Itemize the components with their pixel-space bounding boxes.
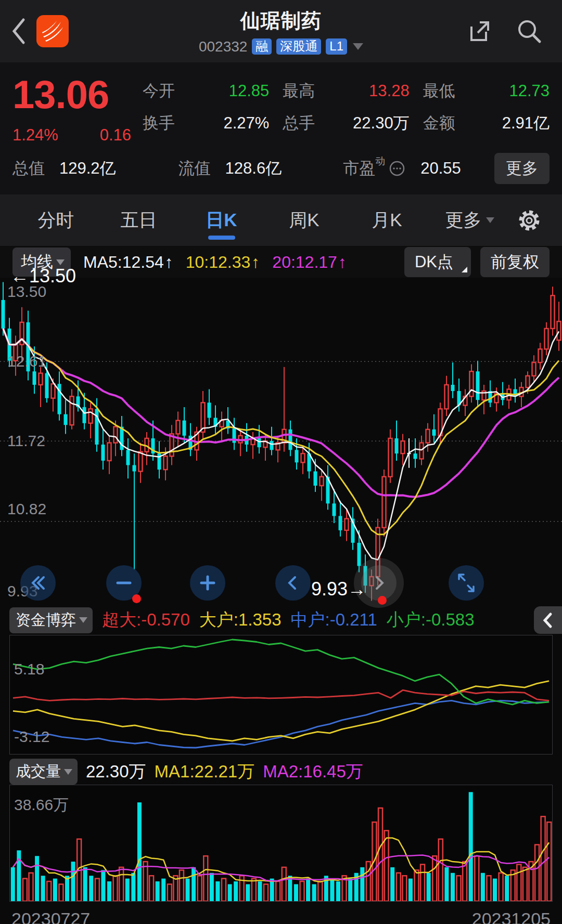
- y-axis-label: 11.72: [7, 432, 45, 450]
- stat-label: 流值: [178, 158, 211, 179]
- pe-info-icon[interactable]: [388, 160, 406, 177]
- start-date: 20230727: [11, 909, 90, 924]
- change-percent: 1.24%: [12, 126, 58, 145]
- pe-dynamic-sup: 动: [375, 154, 385, 168]
- quote-panel: 13.06 1.24% 0.16 今开12.85 最高13.28 最低12.73…: [0, 62, 562, 194]
- eastmoney-logo-icon: [40, 19, 65, 44]
- level-badge: L1: [326, 38, 347, 54]
- share-button[interactable]: [463, 15, 495, 47]
- stat-label: 最低: [423, 80, 455, 102]
- volume-current: 22.30万: [86, 760, 146, 784]
- volume-y-max-label: 38.66万: [14, 795, 69, 816]
- minus-icon: [113, 572, 134, 593]
- chevron-down-icon: [64, 769, 72, 775]
- funds-stat-super: 超大:-0.570: [102, 608, 190, 632]
- volume-ma2: MA2:16.45万: [263, 760, 363, 784]
- chevron-left-icon: [540, 611, 556, 629]
- period-tabs: 分时 五日 日K 周K 月K 更多: [0, 194, 562, 246]
- ma-toolbar: 均线 MA5:12.54↑ 10:12.33↑ 20:12.17↑ DK点 前复…: [0, 246, 562, 278]
- stat-label: 金额: [423, 112, 455, 134]
- tab-weekly-k[interactable]: 周K: [263, 194, 346, 246]
- more-stats-button[interactable]: 更多: [494, 153, 550, 184]
- tab-daily-k[interactable]: 日K: [180, 194, 263, 246]
- low-marker-dot: [378, 596, 387, 605]
- gear-icon: [516, 207, 543, 234]
- stat-value: 13.28: [369, 82, 410, 100]
- search-button[interactable]: [513, 15, 545, 47]
- volume-chart-panel[interactable]: 38.66万: [9, 785, 553, 902]
- pan-right-button[interactable]: [361, 565, 397, 601]
- ma5-value: MA5:12.54↑: [83, 253, 173, 272]
- tab-monthly-k[interactable]: 月K: [346, 194, 428, 246]
- corner-triangle-icon: [462, 267, 467, 272]
- low-price-annotation: 9.93→: [311, 578, 366, 600]
- end-date: 20231205: [472, 909, 551, 924]
- quote-stats-grid: 今开12.85 最高13.28 最低12.73 换手2.27% 总手22.30万…: [143, 75, 550, 145]
- margin-badge: 融: [252, 38, 272, 54]
- chevron-down-icon: [56, 259, 65, 265]
- funds-stat-small: 小户:-0.583: [387, 608, 475, 632]
- forward-adjusted-button[interactable]: 前复权: [480, 247, 550, 277]
- back-button[interactable]: [0, 16, 36, 47]
- share-icon: [465, 17, 493, 45]
- back-chevron-icon: [14, 20, 23, 43]
- stat-value: 2.27%: [223, 114, 269, 133]
- tab-minute[interactable]: 分时: [15, 194, 97, 246]
- stat-label: 总手: [283, 112, 315, 134]
- ma10-value: 10:12.33↑: [186, 253, 260, 272]
- y-axis-label: 12.61: [7, 353, 46, 370]
- stat-value: 22.30万: [353, 112, 410, 134]
- funds-y-min-label: -3.12: [14, 728, 49, 746]
- stat-label: 总值: [12, 158, 45, 179]
- collapse-panel-button[interactable]: [534, 606, 562, 634]
- chevron-left-icon: [283, 572, 303, 593]
- change-amount: 0.16: [100, 126, 131, 145]
- stat-value: 128.6亿: [225, 158, 282, 179]
- chevron-right-icon: [368, 572, 389, 593]
- stat-label: 今开: [143, 80, 175, 102]
- search-icon: [515, 17, 544, 46]
- pe-label: 市盈: [343, 158, 375, 179]
- date-axis: 20230727 20231205: [0, 902, 562, 924]
- volume-ma1: MA1:22.21万: [155, 760, 255, 784]
- funds-indicator-button[interactable]: 资金博弈: [9, 607, 93, 633]
- high-price-annotation: ←13.50: [10, 265, 76, 287]
- stat-value: 2.91亿: [502, 112, 550, 134]
- jump-start-button[interactable]: [20, 565, 56, 601]
- connect-badge: 深股通: [276, 38, 321, 54]
- funds-battle-bar: 资金博弈 超大:-0.570 大户:1.353 中户:-0.211 小户:-0.…: [0, 605, 562, 635]
- volume-bar-chart: [10, 785, 552, 901]
- funds-line-chart: [10, 635, 552, 754]
- pe-value: 20.55: [420, 159, 461, 178]
- chevron-down-icon: [79, 617, 87, 623]
- stock-code: 002332: [199, 38, 247, 55]
- ma20-value: 20:12.17↑: [272, 253, 347, 272]
- volume-bar: 成交量 22.30万 MA1:22.21万 MA2:16.45万: [0, 759, 562, 785]
- funds-stat-medium: 中户:-0.211: [291, 608, 377, 632]
- chevron-down-icon: [486, 217, 494, 223]
- quote-row3: 总值 129.2亿 流值 128.6亿 市盈 动 20.55 更多: [12, 153, 550, 184]
- y-axis-label: 10.82: [7, 500, 46, 518]
- header: 仙琚制药 002332 融 深股通 L1: [0, 0, 562, 62]
- tab-more[interactable]: 更多: [428, 208, 511, 232]
- double-chevron-left-icon: [28, 572, 48, 593]
- stock-code-row: 002332 融 深股通 L1: [199, 38, 363, 55]
- plus-icon: [197, 572, 218, 593]
- stat-value: 12.73: [509, 82, 550, 100]
- app-logo[interactable]: [36, 15, 69, 47]
- funds-chart-panel[interactable]: 5.18 -3.12: [9, 635, 553, 754]
- stat-value: 12.85: [229, 82, 270, 100]
- kline-chart-panel[interactable]: 13.50 12.61 11.72 10.82 9.93 ←13.50 9.93…: [0, 278, 562, 605]
- chart-settings-button[interactable]: [511, 207, 547, 234]
- zoom-in-button[interactable]: [190, 565, 225, 601]
- chevron-down-icon[interactable]: [353, 43, 363, 50]
- tab-fiveday[interactable]: 五日: [97, 194, 180, 246]
- funds-y-max-label: 5.18: [14, 660, 44, 678]
- pan-left-button[interactable]: [275, 565, 311, 601]
- funds-stat-large: 大户:1.353: [199, 608, 282, 632]
- expand-icon: [455, 571, 478, 594]
- candlestick-chart: [0, 278, 562, 605]
- dk-point-button[interactable]: DK点: [404, 247, 471, 277]
- fullscreen-button[interactable]: [449, 565, 484, 601]
- volume-indicator-button[interactable]: 成交量: [9, 759, 78, 785]
